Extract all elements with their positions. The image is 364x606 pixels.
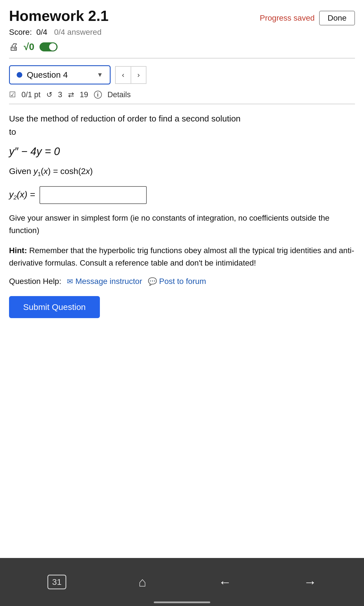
simplest-form-text: Give your answer in simplest form (ie no… xyxy=(9,212,355,236)
print-icon[interactable]: 🖨 xyxy=(9,41,19,52)
answered-label: 0/4 answered xyxy=(54,28,102,37)
header-divider xyxy=(9,58,355,58)
progress-saved-label: Progress saved xyxy=(260,14,315,23)
score-label: Score: 0/4 xyxy=(9,28,47,37)
calculator-toggle[interactable] xyxy=(40,42,58,51)
bottom-nav-bar: 31 ⌂ ← → xyxy=(0,558,364,606)
forum-icon: 💬 xyxy=(148,277,157,286)
details-label[interactable]: Details xyxy=(108,90,131,99)
question-help-label: Question Help: xyxy=(9,277,61,286)
chevron-down-icon: ▼ xyxy=(97,71,103,79)
hint-text: Hint: Remember that the hyperbolic trig … xyxy=(9,244,355,269)
submit-question-button[interactable]: Submit Question xyxy=(9,296,100,318)
message-instructor-link[interactable]: ✉ Message instructor xyxy=(67,277,142,286)
points-label: 0/1 pt xyxy=(21,90,41,99)
answer-label: y2(x) = xyxy=(9,189,35,201)
forward-button[interactable]: → xyxy=(304,574,317,590)
home-indicator xyxy=(154,601,210,603)
retry-icon: ↺ xyxy=(46,90,52,99)
given-display: Given y1(x) = cosh(2x) xyxy=(9,165,355,178)
info-icon[interactable]: i xyxy=(94,91,102,99)
hint-bold-label: Hint: xyxy=(9,246,27,255)
back-button[interactable]: ← xyxy=(218,574,231,590)
post-to-forum-link[interactable]: 💬 Post to forum xyxy=(148,277,206,286)
done-button[interactable]: Done xyxy=(319,11,355,25)
question-label: Question 4 xyxy=(27,70,92,80)
refresh-count: 19 xyxy=(80,90,88,99)
tab-count-button[interactable]: 31 xyxy=(47,575,66,589)
problem-description: Use the method of reduction of order to … xyxy=(9,112,355,138)
home-button[interactable]: ⌂ xyxy=(139,574,146,590)
back-arrow-icon: ← xyxy=(218,574,231,590)
question-dot xyxy=(17,72,22,78)
equation-display: y″ − 4y = 0 xyxy=(9,144,355,159)
home-icon: ⌂ xyxy=(139,574,146,590)
sqrt-icon: √0 xyxy=(24,41,34,52)
checkmark-icon: ☑ xyxy=(9,90,16,99)
refresh-icon: ⇄ xyxy=(68,90,74,99)
answer-input[interactable] xyxy=(40,186,147,204)
page-title: Homework 2.1 xyxy=(9,8,109,24)
next-question-button[interactable]: › xyxy=(131,66,147,84)
envelope-icon: ✉ xyxy=(67,277,73,286)
forward-arrow-icon: → xyxy=(304,574,317,590)
retry-count: 3 xyxy=(58,90,62,99)
prev-question-button[interactable]: ‹ xyxy=(115,66,131,84)
question-help-row: Question Help: ✉ Message instructor 💬 Po… xyxy=(9,277,355,286)
question-selector[interactable]: Question 4 ▼ xyxy=(9,65,111,84)
